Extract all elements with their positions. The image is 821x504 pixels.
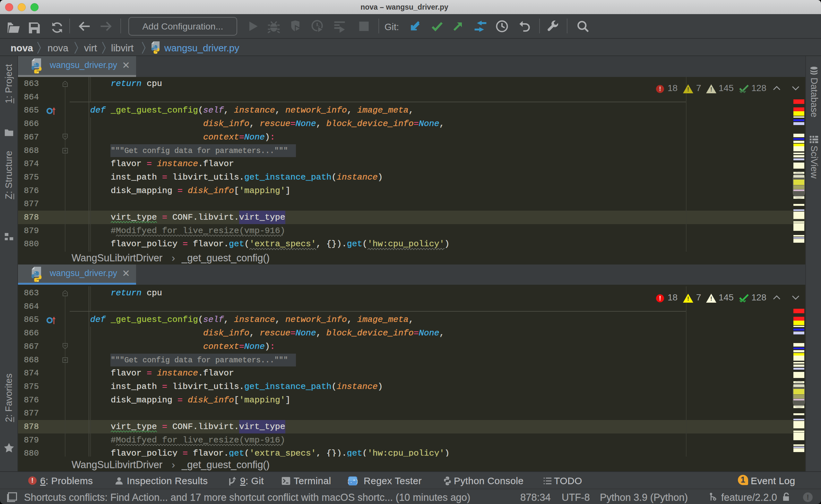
svg-text:(.*): (.*) <box>348 479 358 484</box>
